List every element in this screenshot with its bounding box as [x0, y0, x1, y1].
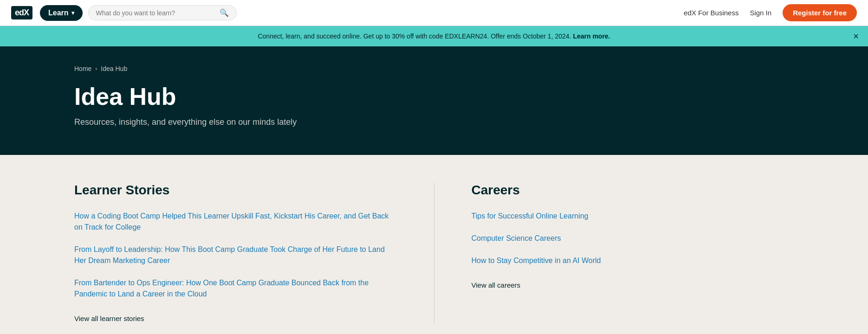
nav-right: edX For Business Sign In Register for fr…: [684, 4, 857, 21]
breadcrumb-current: Idea Hub: [101, 65, 127, 72]
careers-title: Careers: [472, 183, 794, 198]
logo-text: edX: [11, 6, 32, 19]
breadcrumb: Home › Idea Hub: [74, 65, 794, 72]
careers-section: Careers Tips for Successful Online Learn…: [472, 183, 794, 323]
sign-in-link[interactable]: Sign In: [750, 9, 771, 17]
list-item[interactable]: Computer Science Careers: [472, 233, 794, 244]
learner-stories-section: Learner Stories How a Coding Boot Camp H…: [74, 183, 397, 323]
page-title: Idea Hub: [74, 84, 794, 110]
learner-stories-title: Learner Stories: [74, 183, 397, 198]
promo-text: Connect, learn, and succeed online. Get …: [258, 32, 571, 40]
list-item[interactable]: How to Stay Competitive in an AI World: [472, 255, 794, 266]
hero-subtitle: Resources, insights, and everything else…: [74, 117, 794, 127]
search-icon: 🔍: [220, 8, 229, 17]
for-business-link[interactable]: edX For Business: [684, 9, 738, 17]
breadcrumb-separator: ›: [95, 65, 97, 72]
breadcrumb-home[interactable]: Home: [74, 65, 91, 72]
chevron-down-icon: ▾: [71, 10, 74, 16]
search-input[interactable]: [96, 9, 216, 17]
hero-section: Home › Idea Hub Idea Hub Resources, insi…: [0, 46, 868, 155]
list-item[interactable]: Tips for Successful Online Learning: [472, 211, 794, 222]
logo[interactable]: edX: [11, 6, 32, 19]
navbar: edX Learn ▾ 🔍 edX For Business Sign In R…: [0, 0, 868, 26]
view-all-careers-link[interactable]: View all careers: [472, 281, 521, 289]
list-item[interactable]: From Bartender to Ops Engineer: How One …: [74, 277, 397, 300]
list-item[interactable]: From Layoff to Leadership: How This Boot…: [74, 244, 397, 266]
list-item[interactable]: How a Coding Boot Camp Helped This Learn…: [74, 211, 397, 233]
view-all-learner-stories-link[interactable]: View all learner stories: [74, 315, 144, 322]
promo-close-button[interactable]: ×: [853, 31, 859, 42]
search-container: 🔍: [88, 5, 237, 20]
learn-button[interactable]: Learn ▾: [40, 5, 83, 21]
section-divider: [434, 183, 434, 323]
register-button[interactable]: Register for free: [783, 4, 857, 21]
learn-label: Learn: [48, 9, 69, 17]
main-content: Learner Stories How a Coding Boot Camp H…: [0, 155, 868, 334]
promo-learn-more[interactable]: Learn more.: [573, 32, 610, 40]
promo-banner: Connect, learn, and succeed online. Get …: [0, 26, 868, 46]
